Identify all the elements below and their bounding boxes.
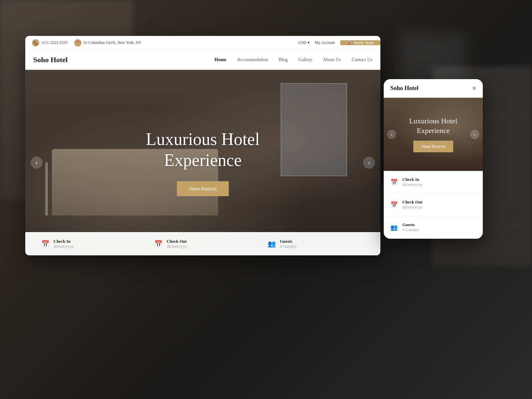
- mobile-view-rooms-label: View Rooms: [421, 144, 446, 149]
- view-rooms-label: View Rooms: [189, 186, 217, 192]
- nav-home[interactable]: Home: [214, 57, 226, 63]
- nav-contact[interactable]: Contact Us: [351, 57, 372, 63]
- mobile-carousel-next-button[interactable]: ›: [470, 130, 479, 139]
- booking-bar: 📅 Check In dd/mm/yyyy 📅 Check Out dd/mm/…: [25, 232, 380, 255]
- my-account-label: My Account: [315, 40, 335, 45]
- my-account-button[interactable]: My Account: [315, 40, 335, 45]
- mobile-checkin-value: dd/mm/yyyy: [402, 182, 423, 187]
- book-now-button[interactable]: 🏨 Book Now: [340, 40, 380, 45]
- mobile-view-rooms-button[interactable]: View Rooms: [413, 141, 454, 152]
- guests-field[interactable]: 👥 Guests 4 Guest(s): [260, 239, 372, 249]
- nav-accommodation[interactable]: Accommodation: [237, 57, 268, 63]
- mobile-checkin-icon: 📅: [390, 179, 398, 186]
- checkin-label: Check In: [54, 239, 74, 244]
- currency-arrow: ▾: [308, 40, 310, 45]
- mobile-checkout-label: Check Out: [402, 200, 423, 205]
- top-bar-left: 📞 1111-2222-3333 📍 55 Columbus Circle, N…: [32, 39, 293, 47]
- mobile-guests-field[interactable]: 👥 Guests 4 Guest(s): [384, 216, 483, 239]
- arrow-right-icon: ›: [368, 159, 370, 166]
- mobile-checkout-icon: 📅: [390, 201, 398, 208]
- checkout-field[interactable]: 📅 Check Out dd/mm/yyyy: [146, 239, 259, 249]
- mobile-checkin-field[interactable]: 📅 Check In dd/mm/yyyy: [384, 171, 483, 194]
- currency-label: USD: [298, 40, 306, 45]
- mobile-arrow-right-icon: ›: [474, 132, 476, 137]
- guests-content: Guests 4 Guest(s): [280, 239, 297, 249]
- mobile-hero-content: Luxurious Hotel Experience View Rooms: [409, 116, 458, 152]
- mobile-checkout-field[interactable]: 📅 Check Out dd/mm/yyyy: [384, 194, 483, 216]
- arrow-left-icon: ‹: [36, 159, 38, 166]
- phone-icon: 📞: [32, 39, 39, 47]
- guests-value: 4 Guest(s): [280, 244, 297, 249]
- mobile-menu-icon[interactable]: ≡: [472, 84, 476, 92]
- mobile-carousel-prev-button[interactable]: ‹: [387, 130, 396, 139]
- mobile-guests-icon: 👥: [390, 224, 398, 231]
- browser-mockup: 📞 1111-2222-3333 📍 55 Columbus Circle, N…: [25, 36, 380, 255]
- phone-number: 1111-2222-3333: [41, 40, 67, 45]
- mobile-booking-section: 📅 Check In dd/mm/yyyy 📅 Check Out dd/mm/…: [384, 171, 483, 239]
- address-text: 55 Columbus Circle, New York, NY: [83, 40, 142, 45]
- checkin-value: dd/mm/yyyy: [54, 244, 74, 249]
- carousel-prev-button[interactable]: ‹: [31, 157, 43, 169]
- checkin-calendar-icon: 📅: [41, 240, 50, 248]
- carousel-next-button[interactable]: ›: [363, 157, 375, 169]
- mobile-guests-value: 4 Guest(s): [402, 227, 419, 232]
- mobile-mockup: Soho Hotel ≡ ‹ Luxurious Hotel Experienc…: [384, 79, 483, 239]
- checkout-label: Check Out: [167, 239, 187, 244]
- guests-icon: 👥: [268, 240, 276, 248]
- checkout-content: Check Out dd/mm/yyyy: [167, 239, 187, 249]
- mobile-hero-section: ‹ Luxurious Hotel Experience View Rooms …: [384, 98, 483, 171]
- nav-gallery[interactable]: Gallery: [298, 57, 312, 63]
- mobile-guests-label: Guests: [402, 222, 419, 227]
- top-bar-right: USD ▾ My Account 🏨 Book Now: [298, 40, 374, 45]
- guests-label: Guests: [280, 239, 297, 244]
- hero-content: Luxurious Hotel Experience View Rooms: [146, 129, 260, 196]
- mobile-checkin-content: Check In dd/mm/yyyy: [402, 177, 423, 187]
- mobile-arrow-left-icon: ‹: [391, 132, 393, 137]
- view-rooms-button[interactable]: View Rooms: [177, 181, 229, 196]
- mobile-hero-title-line1: Luxurious Hotel: [409, 117, 458, 125]
- window-shape: [281, 83, 347, 176]
- mobile-hero-title: Luxurious Hotel Experience: [409, 116, 458, 135]
- hero-title: Luxurious Hotel Experience: [146, 129, 260, 171]
- checkout-calendar-icon: 📅: [154, 240, 163, 248]
- phone-contact: 📞 1111-2222-3333: [32, 39, 67, 47]
- nav-about[interactable]: About Us: [323, 57, 341, 63]
- currency-selector[interactable]: USD ▾: [298, 40, 310, 45]
- mobile-guests-content: Guests 4 Guest(s): [402, 222, 419, 232]
- mobile-header: Soho Hotel ≡: [384, 79, 483, 98]
- hotel-logo: Soho Hotel: [33, 56, 214, 64]
- hamburger-icon: ≡: [472, 84, 476, 92]
- checkin-field[interactable]: 📅 Check In dd/mm/yyyy: [33, 239, 146, 249]
- hero-section: ‹ Luxurious Hotel Experience View Rooms …: [25, 70, 380, 255]
- location-icon: 📍: [74, 39, 81, 47]
- mobile-hotel-logo: Soho Hotel: [390, 85, 419, 92]
- hero-title-line1: Luxurious Hotel: [146, 130, 260, 149]
- top-bar: 📞 1111-2222-3333 📍 55 Columbus Circle, N…: [25, 36, 380, 50]
- mobile-hero-title-line2: Experience: [417, 126, 450, 135]
- checkout-value: dd/mm/yyyy: [167, 244, 187, 249]
- mobile-checkout-content: Check Out dd/mm/yyyy: [402, 200, 423, 210]
- address-contact: 📍 55 Columbus Circle, New York, NY: [74, 39, 142, 47]
- mobile-checkin-label: Check In: [402, 177, 423, 182]
- book-icon: 🏨: [347, 40, 352, 45]
- hero-title-line2: Experience: [164, 151, 242, 170]
- nav-bar: Soho Hotel Home Accommodation Blog Galle…: [25, 50, 380, 70]
- book-now-label: Book Now: [354, 40, 374, 45]
- mobile-checkout-value: dd/mm/yyyy: [402, 205, 423, 210]
- lamp-shape: [45, 162, 48, 215]
- nav-blog[interactable]: Blog: [279, 57, 288, 63]
- checkin-content: Check In dd/mm/yyyy: [54, 239, 74, 249]
- nav-links: Home Accommodation Blog Gallery About Us…: [214, 57, 372, 63]
